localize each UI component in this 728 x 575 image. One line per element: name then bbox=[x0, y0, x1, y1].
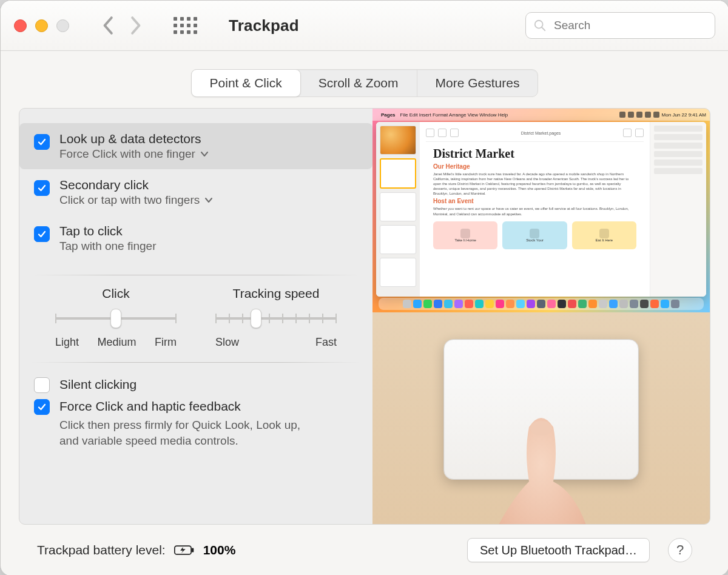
tab-point-and-click[interactable]: Point & Click bbox=[191, 69, 301, 97]
tab-label: Point & Click bbox=[210, 76, 282, 90]
option-description: Click then press firmly for Quick Look, … bbox=[59, 417, 320, 448]
divider bbox=[32, 275, 360, 275]
checkbox-secondary-click[interactable] bbox=[34, 180, 50, 196]
maximize-button[interactable] bbox=[56, 19, 69, 32]
battery-percent: 100% bbox=[203, 543, 236, 557]
checkbox-force-click[interactable] bbox=[34, 399, 50, 415]
slider-thumb[interactable] bbox=[110, 309, 121, 328]
slider-labels: Slow Fast bbox=[215, 336, 337, 349]
option-title: Silent clicking bbox=[59, 377, 136, 392]
window-controls bbox=[14, 19, 69, 32]
option-silent-clicking[interactable]: Silent clicking bbox=[34, 377, 358, 393]
show-all-prefs-button[interactable] bbox=[174, 17, 197, 34]
setup-bluetooth-trackpad-button[interactable]: Set Up Bluetooth Trackpad… bbox=[467, 538, 650, 562]
slider-title: Click bbox=[102, 286, 130, 301]
minimize-button[interactable] bbox=[35, 19, 48, 32]
search-field[interactable] bbox=[525, 12, 715, 39]
checkbox-tap-to-click[interactable] bbox=[34, 226, 50, 242]
svg-line-1 bbox=[542, 27, 545, 31]
option-force-click[interactable]: Force Click and haptic feedback Click th… bbox=[34, 399, 358, 448]
forward-button[interactable] bbox=[129, 16, 142, 35]
checkbox-silent-clicking[interactable] bbox=[34, 377, 50, 393]
sliders-row: Click Light Medium Firm Tra bbox=[19, 286, 372, 349]
toolbar: Trackpad bbox=[1, 1, 728, 51]
close-button[interactable] bbox=[14, 19, 27, 32]
preview-screen: Pages File Edit Insert Format Arrange Vi… bbox=[372, 109, 710, 312]
slider-thumb[interactable] bbox=[251, 309, 261, 328]
preview-app-window: District Market.pages District Market Ou… bbox=[376, 122, 706, 297]
gesture-preview: Pages File Edit Insert Format Arrange Vi… bbox=[372, 109, 710, 524]
tab-bar: Point & Click Scroll & Zoom More Gesture… bbox=[191, 69, 539, 97]
preview-trackpad bbox=[443, 339, 639, 480]
option-secondary-click[interactable]: Secondary click Click or tap with two fi… bbox=[19, 169, 372, 215]
svg-rect-4 bbox=[192, 548, 194, 553]
battery-icon bbox=[174, 545, 195, 556]
back-button[interactable] bbox=[102, 16, 115, 35]
nav-arrows bbox=[102, 16, 142, 35]
help-button[interactable]: ? bbox=[668, 538, 692, 562]
option-subtitle: Tap with one finger bbox=[59, 240, 157, 253]
tab-more-gestures[interactable]: More Gestures bbox=[417, 70, 538, 96]
footer: Trackpad battery level: 100% Set Up Blue… bbox=[19, 525, 710, 575]
chevron-down-icon bbox=[200, 151, 209, 157]
tracking-slider-group: Tracking speed Slow Fast bbox=[215, 286, 337, 349]
tab-scroll-and-zoom[interactable]: Scroll & Zoom bbox=[300, 70, 417, 96]
tab-label: Scroll & Zoom bbox=[318, 76, 399, 90]
options-column: Look up & data detectors Force Click wit… bbox=[19, 109, 372, 524]
option-subtitle-menu[interactable]: Click or tap with two fingers bbox=[59, 193, 213, 207]
search-input[interactable] bbox=[553, 18, 707, 33]
option-title: Look up & data detectors bbox=[59, 132, 209, 146]
slider-title: Tracking speed bbox=[233, 286, 320, 301]
tracking-slider[interactable] bbox=[215, 309, 337, 328]
preview-trackpad-area bbox=[372, 312, 710, 524]
battery-label: Trackpad battery level: bbox=[37, 543, 166, 557]
option-subtitle-menu[interactable]: Force Click with one finger bbox=[59, 147, 209, 161]
preview-document: District Market Our Heritage Janet Mille… bbox=[426, 142, 644, 294]
option-title: Force Click and haptic feedback bbox=[59, 399, 320, 414]
chevron-down-icon bbox=[204, 197, 213, 203]
option-tap-to-click[interactable]: Tap to click Tap with one finger bbox=[19, 215, 372, 261]
settings-panel: Look up & data detectors Force Click wit… bbox=[19, 108, 710, 525]
option-title: Secondary click bbox=[59, 178, 213, 192]
window-title: Trackpad bbox=[229, 16, 299, 35]
click-slider-group: Click Light Medium Firm bbox=[55, 286, 177, 349]
search-icon bbox=[533, 19, 547, 32]
checkbox-lookup[interactable] bbox=[34, 134, 50, 150]
preview-menubar: Pages File Edit Insert Format Arrange Vi… bbox=[372, 109, 710, 121]
option-title: Tap to click bbox=[59, 224, 157, 238]
system-preferences-window: Trackpad Point & Click Scroll & Zoom Mor… bbox=[0, 0, 728, 575]
preview-app-toolbar: District Market.pages bbox=[426, 127, 644, 142]
preview-dock bbox=[379, 298, 704, 310]
tab-label: More Gestures bbox=[436, 76, 520, 90]
slider-labels: Light Medium Firm bbox=[55, 336, 177, 349]
preview-thumbnails bbox=[376, 122, 420, 297]
option-lookup[interactable]: Look up & data detectors Force Click wit… bbox=[19, 123, 372, 169]
divider bbox=[32, 362, 360, 363]
click-slider[interactable] bbox=[55, 309, 177, 328]
